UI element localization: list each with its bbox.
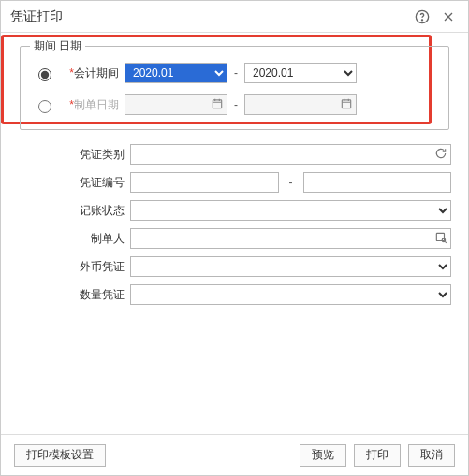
voucher-type-row: 凭证类别	[18, 143, 451, 166]
svg-rect-3	[342, 100, 350, 108]
refresh-icon[interactable]	[434, 147, 447, 163]
maker-input[interactable]	[130, 228, 451, 249]
voucher-type-label: 凭证类别	[18, 147, 130, 163]
qty-row: 数量凭证	[18, 283, 451, 306]
dialog-body: 期间 日期 *会计期间 2020.01 - 2020.01 *制单日期	[1, 33, 468, 434]
close-icon[interactable]	[438, 7, 459, 27]
print-button[interactable]: 打印	[354, 444, 401, 467]
maker-label: 制单人	[18, 231, 130, 247]
date-to-wrap	[244, 94, 357, 115]
dialog-title: 凭证打印	[10, 8, 406, 25]
period-to-select[interactable]: 2020.01	[244, 63, 357, 83]
template-settings-button[interactable]: 打印模板设置	[14, 444, 106, 467]
foreign-select[interactable]	[130, 256, 451, 277]
voucher-type-input[interactable]	[130, 144, 451, 165]
group-legend: 期间 日期	[30, 38, 85, 54]
date-from-wrap	[125, 94, 227, 115]
period-from-select[interactable]: 2020.01	[125, 63, 227, 83]
maker-row: 制单人	[18, 227, 451, 250]
foreign-label: 外币凭证	[18, 259, 130, 275]
voucher-print-dialog: 凭证打印 期间 日期 *会计期间 2020.01	[0, 0, 469, 476]
dash: -	[283, 176, 300, 189]
calendar-icon	[211, 97, 224, 113]
svg-rect-4	[436, 233, 444, 240]
svg-rect-2	[213, 100, 221, 108]
post-status-select[interactable]	[130, 200, 451, 221]
period-row: *会计期间 2020.01 - 2020.01	[34, 60, 435, 86]
dash: -	[227, 98, 244, 111]
period-label: *会计期间	[65, 65, 125, 81]
date-radio[interactable]	[38, 100, 51, 113]
help-icon[interactable]	[412, 7, 432, 27]
voucher-no-label: 凭证编号	[18, 175, 130, 191]
post-status-row: 记账状态	[18, 199, 451, 222]
cancel-button[interactable]: 取消	[408, 444, 455, 467]
qty-select[interactable]	[130, 284, 451, 305]
period-date-group: 期间 日期 *会计期间 2020.01 - 2020.01 *制单日期	[20, 46, 449, 130]
post-status-label: 记账状态	[18, 203, 130, 219]
qty-label: 数量凭证	[18, 287, 130, 303]
period-radio[interactable]	[38, 68, 51, 81]
foreign-row: 外币凭证	[18, 255, 451, 278]
svg-point-5	[442, 238, 446, 241]
calendar-icon	[340, 97, 353, 113]
date-label: *制单日期	[65, 97, 125, 113]
voucher-no-row: 凭证编号 -	[18, 171, 451, 194]
voucher-no-from-input[interactable]	[130, 172, 279, 193]
dash: -	[227, 66, 244, 79]
date-row: *制单日期 -	[34, 92, 435, 118]
lookup-icon[interactable]	[434, 231, 447, 247]
footer: 打印模板设置 预览 打印 取消	[1, 434, 468, 475]
form-rows: 凭证类别 凭证编号	[18, 143, 451, 306]
svg-point-1	[421, 19, 422, 20]
titlebar: 凭证打印	[1, 1, 468, 33]
voucher-no-to-input[interactable]	[303, 172, 452, 193]
preview-button[interactable]: 预览	[300, 444, 346, 467]
